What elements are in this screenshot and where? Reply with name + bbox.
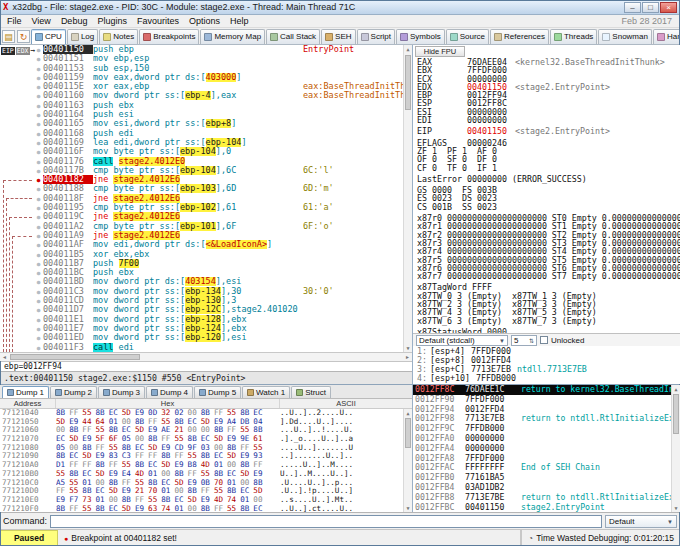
stack-row[interactable]: 0012FFBC00401150stage2.EntryPoint <box>413 503 680 512</box>
tab-snowman[interactable]: Snowman <box>598 29 652 44</box>
register-row[interactable]: CF 0 TF 0 IF 1 <box>417 164 680 172</box>
tab-memory-map[interactable]: Memory Map <box>200 29 265 44</box>
dump-row[interactable]: 771210A0D1FFFF8BFF558BEC5DE9B84D01008BFF… <box>0 461 412 470</box>
breakpoint-dot-icon[interactable]: ● <box>34 54 43 63</box>
dump-row[interactable]: 771210E0E9F77301008BFF558BEC5DE94D740100… <box>0 496 412 505</box>
menu-item-help[interactable]: Help <box>225 16 254 26</box>
dump-tab-dump-5[interactable]: Dump 5 <box>194 386 241 398</box>
register-row[interactable]: x87TW_6 3 (Empty) x87TW_7 3 (Empty) <box>417 317 680 325</box>
scroll-left-icon[interactable]: ◄ <box>0 354 9 360</box>
dump-tab-dump-4[interactable]: Dump 4 <box>146 386 193 398</box>
tab-breakpoints[interactable]: Breakpoints <box>139 29 199 44</box>
breakpoint-dot-icon[interactable]: ● <box>34 268 43 277</box>
dump-row[interactable]: 77121070EC5DE95F6F05008BFF558BEC5DE99E61… <box>0 435 412 444</box>
dump-tab-watch-1[interactable]: Watch 1 <box>242 386 290 398</box>
tab-handles[interactable]: Handles <box>653 29 680 44</box>
register-row[interactable]: CS 001B SS 0023 <box>417 203 680 211</box>
dump-row[interactable]: 77121060008BFF558BEC5DE9AE2100008BFF558B… <box>0 426 412 435</box>
breakpoint-dot-icon[interactable]: ● <box>34 324 43 333</box>
tab-call-stack[interactable]: Call Stack <box>266 29 320 44</box>
breakpoint-dot-icon[interactable]: ● <box>34 231 43 240</box>
scroll-right-icon[interactable]: ► <box>403 354 412 360</box>
menu-item-plugins[interactable]: Plugins <box>92 16 132 26</box>
breakpoint-dot-icon[interactable]: ● <box>34 296 43 305</box>
title-bar[interactable]: X x32dbg - File: stage2.exe - PID: 30C -… <box>0 0 680 15</box>
register-row[interactable]: EDI00000000 <box>417 116 680 124</box>
menu-item-file[interactable]: File <box>2 16 27 26</box>
scroll-thumb[interactable] <box>405 418 411 448</box>
register-row[interactable]: ESP0012FF8C <box>417 99 680 107</box>
breakpoint-dot-icon[interactable]: ● <box>34 110 43 119</box>
scroll-down-icon[interactable]: ▼ <box>404 344 412 352</box>
dump-row[interactable]: 771210B0558BEC5DE9E44D01008BFF558BEC5DE9… <box>0 470 412 479</box>
scroll-down-icon[interactable]: ▼ <box>404 504 412 512</box>
breakpoint-dot-icon[interactable]: ● <box>34 73 43 82</box>
breakpoint-dot-icon[interactable]: ● <box>34 184 43 193</box>
menu-item-view[interactable]: View <box>27 16 56 26</box>
breakpoint-dot-icon[interactable]: ● <box>34 82 43 91</box>
scroll-thumb[interactable] <box>673 394 679 434</box>
breakpoint-dot-icon[interactable]: ● <box>34 157 43 166</box>
tab-references[interactable]: References <box>490 29 549 44</box>
tab-source[interactable]: Source <box>446 29 489 44</box>
restart-icon[interactable]: ↻ <box>17 30 30 43</box>
tab-log[interactable]: Log <box>67 29 98 44</box>
breakpoint-dot-icon[interactable]: ● <box>34 333 43 342</box>
dump-panel[interactable]: Dump 1Dump 2Dump 3Dump 4Dump 5Watch 1Str… <box>0 385 413 512</box>
dump-vertical-scrollbar[interactable]: ▲ ▼ <box>403 409 412 512</box>
breakpoint-dot-icon[interactable]: ● <box>34 203 43 212</box>
breakpoint-dot-icon[interactable]: ● <box>34 277 43 286</box>
scroll-up-icon[interactable]: ▲ <box>404 45 412 53</box>
dump-tab-dump-1[interactable]: Dump 1 <box>2 386 49 398</box>
disassembly-panel[interactable]: EIP EDX → ●00401150push ebpEntryPoint●00… <box>0 45 412 352</box>
scroll-thumb[interactable] <box>405 55 411 110</box>
breakpoint-dot-icon[interactable]: ● <box>34 240 43 249</box>
dump-row[interactable]: 7712108005008BFF558BEC5DE9CD9F03008BFF55… <box>0 444 412 453</box>
argument-row[interactable]: 4:[esp+10]7FFDB000 <box>417 374 680 383</box>
menu-item-options[interactable]: Options <box>184 16 225 26</box>
register-row[interactable]: LastError 00000000 (ERROR_SUCCESS) <box>417 175 680 183</box>
dump-row[interactable]: 771210F08BFF558BEC5DE9637401008BFF558BEC… <box>0 505 412 512</box>
hide-fpu-button[interactable]: Hide FPU <box>415 46 465 57</box>
tab-script[interactable]: Script <box>357 29 395 44</box>
scroll-thumb[interactable] <box>10 354 140 360</box>
breakpoint-dot-icon[interactable]: ● <box>34 101 43 110</box>
menu-item-favourites[interactable]: Favourites <box>132 16 184 26</box>
open-file-icon[interactable]: ▤ <box>2 30 15 43</box>
breakpoint-dot-icon[interactable]: ● <box>34 315 43 324</box>
register-row[interactable]: x87StatusWord 0000 <box>417 328 680 333</box>
scroll-up-icon[interactable]: ▲ <box>404 409 412 417</box>
disasm-row[interactable]: ●004011F3call edi <box>0 343 412 352</box>
register-row[interactable]: EDX00401150<stage2.EntryPoint> <box>417 83 680 91</box>
breakpoint-dot-icon[interactable]: ● <box>34 250 43 259</box>
tab-cpu[interactable]: CPU <box>31 29 66 44</box>
breakpoint-dot-icon[interactable]: ● <box>34 45 43 54</box>
scroll-up-icon[interactable]: ▲ <box>672 385 680 393</box>
unlocked-checkbox[interactable] <box>540 336 548 344</box>
command-syntax-select[interactable]: Default▼ <box>605 515 677 528</box>
disasm-vertical-scrollbar[interactable]: ▲ ▼ <box>403 45 412 352</box>
close-button[interactable]: × <box>660 2 677 13</box>
breakpoint-dot-icon[interactable]: ● <box>34 138 43 147</box>
breakpoint-dot-icon[interactable]: ● <box>34 287 43 296</box>
maximize-button[interactable]: □ <box>642 2 659 13</box>
register-row[interactable]: x87r7 00000000000000000000 ST7 Empty 0.0… <box>417 272 680 280</box>
tab-symbols[interactable]: Symbols <box>396 29 445 44</box>
command-input[interactable] <box>50 515 602 528</box>
breakpoint-dot-icon[interactable]: ● <box>34 119 43 128</box>
dump-row[interactable]: 771210408BFF558BEC5DE90D3202008BFF558BEC… <box>0 409 412 418</box>
register-row[interactable]: EBP0012FF94 <box>417 91 680 99</box>
stack-vertical-scrollbar[interactable]: ▲ ▼ <box>671 385 680 512</box>
argument-count-stepper[interactable]: 5⇅ <box>511 335 537 346</box>
dump-tab-dump-2[interactable]: Dump 2 <box>50 386 97 398</box>
stack-panel[interactable]: 0012FF8C76DAEE1Creturn to kernel32.BaseT… <box>413 385 680 512</box>
menu-item-debug[interactable]: Debug <box>56 16 93 26</box>
breakpoint-dot-icon[interactable]: ● <box>34 222 43 231</box>
tab-notes[interactable]: Notes <box>99 29 138 44</box>
breakpoint-dot-icon[interactable]: ● <box>34 259 43 268</box>
breakpoint-dot-icon[interactable]: ● <box>34 147 43 156</box>
breakpoint-dot-icon[interactable]: ● <box>34 305 43 314</box>
disasm-horizontal-scrollbar[interactable]: ◄ ► <box>0 352 412 361</box>
breakpoint-dot-icon[interactable]: ● <box>34 129 43 138</box>
dump-row[interactable]: 771210D0FF558BEC5DE9217001008BFF558BEC5D… <box>0 487 412 496</box>
